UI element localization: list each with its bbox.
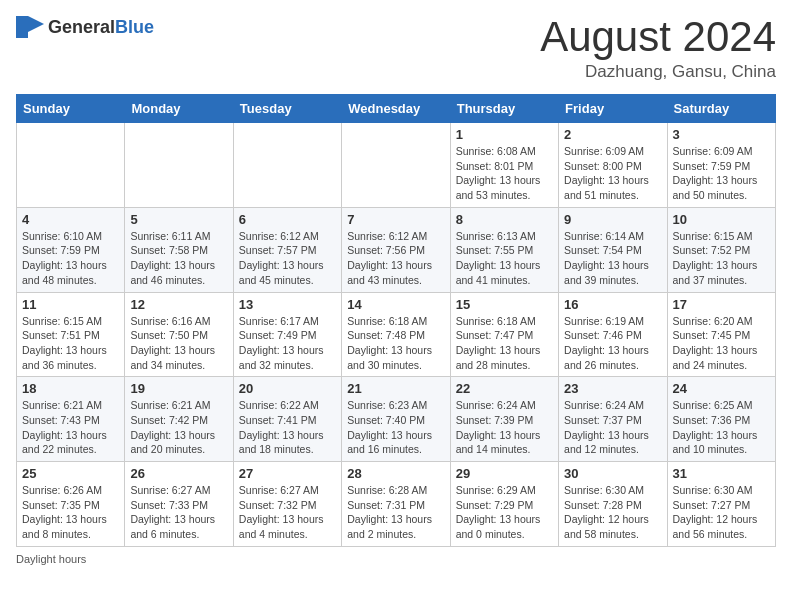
day-number: 30 [564, 466, 661, 481]
day-cell: 19Sunrise: 6:21 AMSunset: 7:42 PMDayligh… [125, 377, 233, 462]
day-cell: 15Sunrise: 6:18 AMSunset: 7:47 PMDayligh… [450, 292, 558, 377]
day-number: 16 [564, 297, 661, 312]
footer-note: Daylight hours [16, 553, 776, 565]
day-number: 1 [456, 127, 553, 142]
week-row-4: 25Sunrise: 6:26 AMSunset: 7:35 PMDayligh… [17, 462, 776, 547]
day-detail: Sunrise: 6:15 AMSunset: 7:51 PMDaylight:… [22, 314, 119, 373]
day-cell: 23Sunrise: 6:24 AMSunset: 7:37 PMDayligh… [559, 377, 667, 462]
location-subtitle: Dazhuang, Gansu, China [540, 62, 776, 82]
day-detail: Sunrise: 6:10 AMSunset: 7:59 PMDaylight:… [22, 229, 119, 288]
day-detail: Sunrise: 6:30 AMSunset: 7:28 PMDaylight:… [564, 483, 661, 542]
day-detail: Sunrise: 6:12 AMSunset: 7:57 PMDaylight:… [239, 229, 336, 288]
day-number: 26 [130, 466, 227, 481]
day-number: 22 [456, 381, 553, 396]
day-detail: Sunrise: 6:09 AMSunset: 8:00 PMDaylight:… [564, 144, 661, 203]
day-cell: 9Sunrise: 6:14 AMSunset: 7:54 PMDaylight… [559, 207, 667, 292]
header: GeneralBlue August 2024 Dazhuang, Gansu,… [16, 16, 776, 82]
weekday-header-monday: Monday [125, 95, 233, 123]
day-detail: Sunrise: 6:20 AMSunset: 7:45 PMDaylight:… [673, 314, 770, 373]
week-row-1: 4Sunrise: 6:10 AMSunset: 7:59 PMDaylight… [17, 207, 776, 292]
day-number: 24 [673, 381, 770, 396]
day-number: 15 [456, 297, 553, 312]
day-number: 2 [564, 127, 661, 142]
day-number: 14 [347, 297, 444, 312]
calendar-table: SundayMondayTuesdayWednesdayThursdayFrid… [16, 94, 776, 547]
weekday-header-saturday: Saturday [667, 95, 775, 123]
day-detail: Sunrise: 6:23 AMSunset: 7:40 PMDaylight:… [347, 398, 444, 457]
month-year-title: August 2024 [540, 16, 776, 58]
day-cell: 21Sunrise: 6:23 AMSunset: 7:40 PMDayligh… [342, 377, 450, 462]
day-detail: Sunrise: 6:18 AMSunset: 7:48 PMDaylight:… [347, 314, 444, 373]
day-detail: Sunrise: 6:14 AMSunset: 7:54 PMDaylight:… [564, 229, 661, 288]
weekday-header-thursday: Thursday [450, 95, 558, 123]
day-detail: Sunrise: 6:24 AMSunset: 7:37 PMDaylight:… [564, 398, 661, 457]
day-cell: 7Sunrise: 6:12 AMSunset: 7:56 PMDaylight… [342, 207, 450, 292]
day-number: 27 [239, 466, 336, 481]
day-cell: 20Sunrise: 6:22 AMSunset: 7:41 PMDayligh… [233, 377, 341, 462]
day-detail: Sunrise: 6:27 AMSunset: 7:33 PMDaylight:… [130, 483, 227, 542]
day-detail: Sunrise: 6:12 AMSunset: 7:56 PMDaylight:… [347, 229, 444, 288]
day-cell [17, 123, 125, 208]
week-row-3: 18Sunrise: 6:21 AMSunset: 7:43 PMDayligh… [17, 377, 776, 462]
day-cell: 24Sunrise: 6:25 AMSunset: 7:36 PMDayligh… [667, 377, 775, 462]
day-number: 9 [564, 212, 661, 227]
day-cell: 18Sunrise: 6:21 AMSunset: 7:43 PMDayligh… [17, 377, 125, 462]
day-cell: 11Sunrise: 6:15 AMSunset: 7:51 PMDayligh… [17, 292, 125, 377]
day-detail: Sunrise: 6:22 AMSunset: 7:41 PMDaylight:… [239, 398, 336, 457]
day-cell: 5Sunrise: 6:11 AMSunset: 7:58 PMDaylight… [125, 207, 233, 292]
day-cell: 16Sunrise: 6:19 AMSunset: 7:46 PMDayligh… [559, 292, 667, 377]
day-detail: Sunrise: 6:16 AMSunset: 7:50 PMDaylight:… [130, 314, 227, 373]
day-cell [342, 123, 450, 208]
day-detail: Sunrise: 6:29 AMSunset: 7:29 PMDaylight:… [456, 483, 553, 542]
day-cell: 14Sunrise: 6:18 AMSunset: 7:48 PMDayligh… [342, 292, 450, 377]
day-number: 23 [564, 381, 661, 396]
day-cell: 26Sunrise: 6:27 AMSunset: 7:33 PMDayligh… [125, 462, 233, 547]
weekday-header-friday: Friday [559, 95, 667, 123]
day-number: 11 [22, 297, 119, 312]
day-number: 17 [673, 297, 770, 312]
day-detail: Sunrise: 6:15 AMSunset: 7:52 PMDaylight:… [673, 229, 770, 288]
logo-icon [16, 16, 44, 38]
svg-marker-1 [28, 16, 44, 32]
day-number: 19 [130, 381, 227, 396]
week-row-2: 11Sunrise: 6:15 AMSunset: 7:51 PMDayligh… [17, 292, 776, 377]
day-number: 5 [130, 212, 227, 227]
day-number: 21 [347, 381, 444, 396]
logo-general-text: General [48, 17, 115, 37]
weekday-header-row: SundayMondayTuesdayWednesdayThursdayFrid… [17, 95, 776, 123]
day-number: 4 [22, 212, 119, 227]
day-detail: Sunrise: 6:13 AMSunset: 7:55 PMDaylight:… [456, 229, 553, 288]
day-number: 12 [130, 297, 227, 312]
weekday-header-wednesday: Wednesday [342, 95, 450, 123]
day-cell [125, 123, 233, 208]
day-number: 18 [22, 381, 119, 396]
day-cell: 10Sunrise: 6:15 AMSunset: 7:52 PMDayligh… [667, 207, 775, 292]
daylight-label: Daylight hours [16, 553, 86, 565]
day-cell: 31Sunrise: 6:30 AMSunset: 7:27 PMDayligh… [667, 462, 775, 547]
logo: GeneralBlue [16, 16, 154, 38]
day-detail: Sunrise: 6:11 AMSunset: 7:58 PMDaylight:… [130, 229, 227, 288]
day-cell: 12Sunrise: 6:16 AMSunset: 7:50 PMDayligh… [125, 292, 233, 377]
day-cell: 29Sunrise: 6:29 AMSunset: 7:29 PMDayligh… [450, 462, 558, 547]
title-area: August 2024 Dazhuang, Gansu, China [540, 16, 776, 82]
day-cell: 2Sunrise: 6:09 AMSunset: 8:00 PMDaylight… [559, 123, 667, 208]
day-number: 29 [456, 466, 553, 481]
day-detail: Sunrise: 6:27 AMSunset: 7:32 PMDaylight:… [239, 483, 336, 542]
day-number: 28 [347, 466, 444, 481]
day-cell: 28Sunrise: 6:28 AMSunset: 7:31 PMDayligh… [342, 462, 450, 547]
day-number: 31 [673, 466, 770, 481]
day-number: 25 [22, 466, 119, 481]
week-row-0: 1Sunrise: 6:08 AMSunset: 8:01 PMDaylight… [17, 123, 776, 208]
day-detail: Sunrise: 6:25 AMSunset: 7:36 PMDaylight:… [673, 398, 770, 457]
day-detail: Sunrise: 6:24 AMSunset: 7:39 PMDaylight:… [456, 398, 553, 457]
weekday-header-tuesday: Tuesday [233, 95, 341, 123]
day-cell: 4Sunrise: 6:10 AMSunset: 7:59 PMDaylight… [17, 207, 125, 292]
day-cell: 6Sunrise: 6:12 AMSunset: 7:57 PMDaylight… [233, 207, 341, 292]
day-cell: 25Sunrise: 6:26 AMSunset: 7:35 PMDayligh… [17, 462, 125, 547]
day-cell [233, 123, 341, 208]
day-number: 8 [456, 212, 553, 227]
day-cell: 22Sunrise: 6:24 AMSunset: 7:39 PMDayligh… [450, 377, 558, 462]
day-number: 20 [239, 381, 336, 396]
day-number: 3 [673, 127, 770, 142]
day-detail: Sunrise: 6:09 AMSunset: 7:59 PMDaylight:… [673, 144, 770, 203]
